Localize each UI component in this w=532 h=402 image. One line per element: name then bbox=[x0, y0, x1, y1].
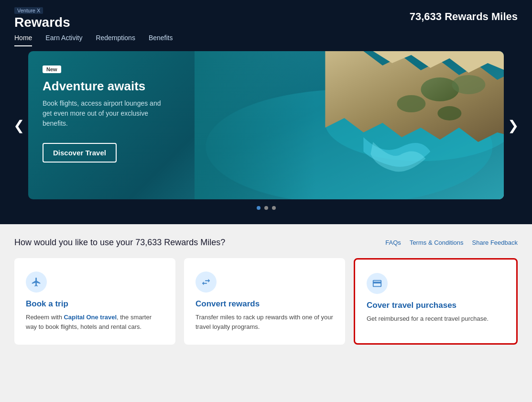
convert-rewards-title: Convert rewards bbox=[195, 299, 334, 309]
discover-travel-button[interactable]: Discover Travel bbox=[43, 143, 117, 163]
use-miles-links: FAQs Terms & Conditions Share Feedback bbox=[385, 239, 518, 246]
carousel-dots bbox=[10, 206, 522, 210]
book-a-trip-card[interactable]: Book a trip Redeem with Capital One trav… bbox=[14, 258, 175, 345]
brand-area: Venture X Rewards bbox=[14, 6, 70, 30]
carousel-prev-button[interactable]: ❮ bbox=[10, 118, 28, 133]
main-nav: Home Earn Activity Redemptions Benefits bbox=[14, 34, 518, 46]
venture-label: Venture X bbox=[14, 7, 43, 14]
nav-home[interactable]: Home bbox=[14, 34, 32, 46]
faqs-link[interactable]: FAQs bbox=[385, 239, 401, 246]
convert-rewards-icon bbox=[195, 272, 217, 293]
main-content: How would you like to use your 73,633 Re… bbox=[0, 224, 532, 358]
page-title: Rewards bbox=[14, 15, 70, 30]
use-miles-prefix: How would you like to use your bbox=[14, 238, 135, 247]
carousel-description: Book flights, access airport lounges and… bbox=[43, 98, 167, 129]
miles-display: 73,633 Rewards Miles bbox=[410, 6, 518, 23]
carousel-dot-3[interactable] bbox=[272, 206, 276, 210]
svg-rect-7 bbox=[195, 51, 504, 199]
carousel-image bbox=[195, 51, 504, 199]
new-badge: New bbox=[43, 65, 61, 73]
nav-benefits[interactable]: Benefits bbox=[149, 34, 173, 46]
use-miles-suffix: Rewards Miles? bbox=[162, 238, 225, 247]
book-trip-title: Book a trip bbox=[26, 299, 164, 309]
cover-travel-icon bbox=[367, 273, 388, 294]
carousel-next-button[interactable]: ❯ bbox=[504, 118, 522, 133]
convert-rewards-card[interactable]: Convert rewards Transfer miles to rack u… bbox=[184, 258, 345, 345]
carousel-content: New Adventure awaits Book flights, acces… bbox=[28, 51, 181, 199]
book-trip-desc: Redeem with Capital One travel, the smar… bbox=[26, 313, 164, 331]
cover-travel-card[interactable]: Cover travel purchases Get reimbursed fo… bbox=[354, 258, 518, 345]
cover-travel-title: Cover travel purchases bbox=[367, 301, 505, 310]
carousel-title: Adventure awaits bbox=[43, 79, 167, 94]
carousel-dot-2[interactable] bbox=[264, 206, 268, 210]
use-miles-title: How would you like to use your 73,633 Re… bbox=[14, 238, 225, 248]
carousel-dot-1[interactable] bbox=[257, 206, 261, 210]
use-miles-header: How would you like to use your 73,633 Re… bbox=[14, 238, 518, 248]
cover-travel-desc: Get reimbursed for a recent travel purch… bbox=[367, 314, 505, 324]
cards-row: Book a trip Redeem with Capital One trav… bbox=[14, 258, 518, 345]
terms-conditions-link[interactable]: Terms & Conditions bbox=[410, 239, 464, 246]
carousel-section: ❮ bbox=[0, 46, 532, 224]
book-trip-icon bbox=[26, 272, 47, 293]
header: Venture X Rewards 73,633 Rewards Miles H… bbox=[0, 0, 532, 46]
carousel-card: New Adventure awaits Book flights, acces… bbox=[28, 51, 504, 199]
use-miles-value: 73,633 bbox=[135, 238, 162, 247]
nav-redemptions[interactable]: Redemptions bbox=[96, 34, 135, 46]
convert-rewards-desc: Transfer miles to rack up rewards with o… bbox=[195, 313, 334, 331]
share-feedback-link[interactable]: Share Feedback bbox=[472, 239, 518, 246]
nav-earn-activity[interactable]: Earn Activity bbox=[45, 34, 82, 46]
